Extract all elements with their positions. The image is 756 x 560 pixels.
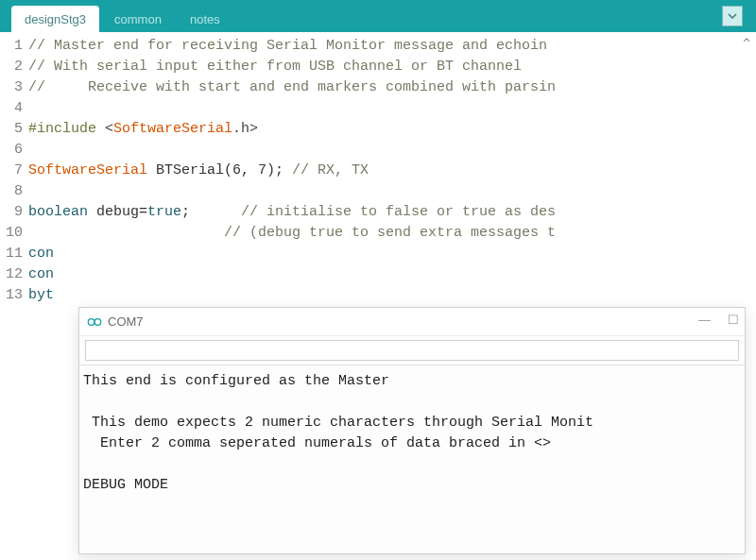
line-number: 7	[0, 161, 28, 181]
maximize-button[interactable]: ☐	[728, 313, 739, 327]
line-content[interactable]: // (debug true to send extra messages t	[28, 223, 556, 244]
code-line[interactable]: 3// Receive with start and end markers c…	[0, 77, 756, 98]
code-line[interactable]: 10 // (debug true to send extra messages…	[0, 223, 756, 244]
serial-title: COM7	[108, 314, 144, 329]
code-line[interactable]: 7SoftwareSerial BTSerial(6, 7); // RX, T…	[0, 161, 756, 181]
serial-monitor-window: COM7 — ☐ This end is configured as the M…	[78, 307, 746, 554]
line-content[interactable]: byt	[28, 285, 54, 306]
tab-notes[interactable]: notes	[177, 6, 233, 32]
code-line[interactable]: 5#include <SoftwareSerial.h>	[0, 119, 756, 140]
line-number: 1	[0, 36, 28, 57]
serial-output: This end is configured as the Master Thi…	[79, 365, 745, 496]
code-line[interactable]: 4	[0, 98, 756, 119]
line-number: 3	[0, 77, 28, 98]
line-number: 12	[0, 264, 28, 285]
line-content[interactable]: // Receive with start and end markers co…	[28, 77, 556, 98]
code-line[interactable]: 9boolean debug=true; // initialise to fa…	[0, 202, 756, 223]
line-number: 13	[0, 285, 28, 306]
line-number: 8	[0, 181, 28, 202]
code-line[interactable]: 6	[0, 140, 756, 161]
line-content[interactable]: SoftwareSerial BTSerial(6, 7); // RX, TX	[28, 161, 369, 181]
code-area[interactable]: 1// Master end for receiving Serial Moni…	[0, 32, 756, 306]
line-content[interactable]: // Master end for receiving Serial Monit…	[28, 36, 547, 57]
serial-titlebar[interactable]: COM7 — ☐	[79, 308, 745, 336]
code-line[interactable]: 1// Master end for receiving Serial Moni…	[0, 36, 756, 57]
serial-input[interactable]	[85, 340, 739, 361]
line-content[interactable]: // With serial input either from USB cha…	[28, 57, 522, 77]
line-content[interactable]: con	[28, 264, 54, 285]
line-number: 5	[0, 119, 28, 140]
minimize-button[interactable]: —	[698, 313, 711, 327]
line-content[interactable]: con	[28, 244, 54, 264]
serial-input-row	[79, 336, 745, 365]
tab-designStg3[interactable]: designStg3	[11, 6, 99, 32]
svg-point-0	[88, 318, 94, 325]
svg-point-1	[94, 318, 101, 325]
line-number: 2	[0, 57, 28, 77]
code-line[interactable]: 12con	[0, 264, 756, 285]
code-line[interactable]: 11con	[0, 244, 756, 264]
line-number: 4	[0, 98, 28, 119]
line-number: 6	[0, 140, 28, 161]
arduino-icon	[87, 314, 102, 330]
line-content[interactable]: boolean debug=true; // initialise to fal…	[28, 202, 556, 223]
line-content[interactable]: #include <SoftwareSerial.h>	[28, 119, 258, 140]
line-number: 9	[0, 202, 28, 223]
tab-common[interactable]: common	[101, 6, 175, 32]
tab-bar: designStg3commonnotes	[0, 0, 756, 32]
code-line[interactable]: 8	[0, 181, 756, 202]
line-number: 11	[0, 244, 28, 264]
code-line[interactable]: 2// With serial input either from USB ch…	[0, 57, 756, 77]
chevron-down-icon	[728, 11, 737, 21]
line-number: 10	[0, 223, 28, 244]
code-line[interactable]: 13byt	[0, 285, 756, 306]
tab-menu-dropdown[interactable]	[722, 6, 743, 26]
